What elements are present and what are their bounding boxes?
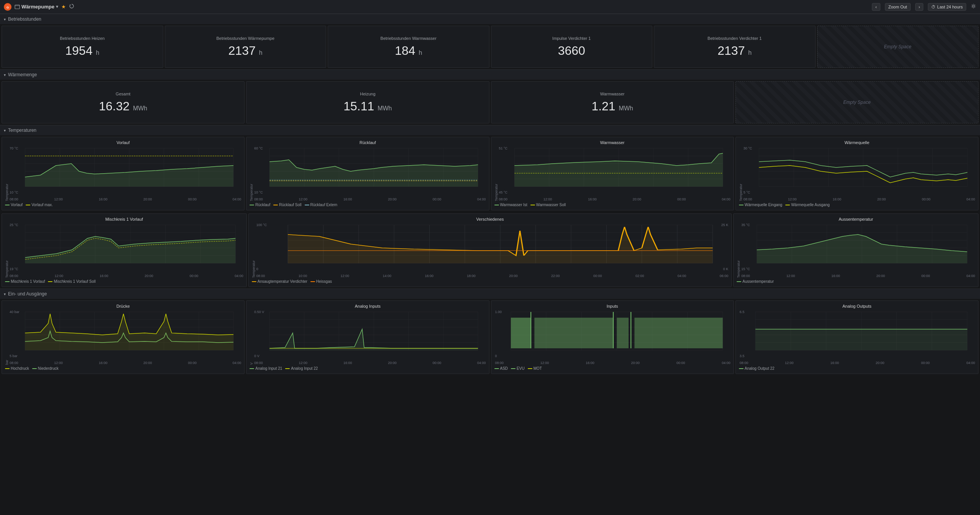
x-tick: 20:00 (631, 361, 640, 365)
nav-right-button[interactable]: › (915, 3, 924, 11)
section-betriebsstunden-label: Betriebsstunden (8, 16, 41, 22)
chart-panel-verschiedenes: Verschiedenes Temperatur 100 °C 25 K 0 0… (248, 213, 732, 287)
chart-svg (10, 310, 241, 360)
stat-title: Gesamt (8, 92, 238, 96)
temperaturen-charts-row1: Vorlauf Temperatur 70 °C 10 °C 08:0012:0… (0, 135, 980, 212)
chart-title: Analog Outputs (739, 304, 975, 308)
x-tick: 08:00 (254, 197, 263, 201)
y-min: 10 °C (254, 190, 263, 194)
x-axis: 08:0012:0016:0020:0000:0004:00 (10, 274, 243, 278)
chart-legend: Aussentemperatur (737, 279, 975, 284)
refresh-icon[interactable] (69, 3, 74, 10)
x-tick: 04:00 (477, 197, 486, 201)
x-tick: 00:00 (921, 274, 930, 278)
x-tick: 00:00 (190, 274, 199, 278)
y-max: 6.5 (740, 310, 745, 314)
legend-item: Analog Input 21 (250, 366, 282, 371)
legend-item: Analog Input 22 (285, 366, 318, 371)
x-tick: 16:00 (343, 197, 352, 201)
y-axis-label: Temperatur (739, 146, 743, 201)
chart-legend: Rücklauf Rücklauf Soll Rücklauf Extern (250, 203, 486, 207)
stat-panel-1: Heizung 15.11 MWh (246, 81, 489, 123)
svg-point-4 (973, 5, 975, 7)
legend-label: Warmwasser Ist (500, 203, 527, 207)
chart-panel-inputs: Inputs 1.00 0 08:0012:0016:00 (491, 300, 734, 374)
legend-label: Vorlauf (11, 203, 23, 207)
temperaturen-charts-row2: Mischkreis 1 Vorlauf Temperatur 25 °C 19… (0, 212, 980, 289)
legend-label: Warmwasser Soll (536, 203, 566, 207)
stat-value: 1.21 MWh (497, 99, 727, 113)
legend-item: Aussentemperatur (737, 279, 774, 284)
x-tick: 06:00 (720, 274, 729, 278)
settings-icon[interactable] (971, 3, 976, 10)
chart-svg (499, 146, 730, 196)
x-tick: 12:00 (540, 361, 549, 365)
legend-item: Rücklauf Soll (273, 203, 301, 207)
stat-value: 2137 h (660, 44, 809, 58)
section-temperaturen[interactable]: ▾ Temperaturen (0, 125, 980, 135)
x-axis: 08:0012:0016:0020:0000:0004:00 (10, 197, 241, 201)
x-tick: 04:00 (233, 361, 241, 365)
legend-label: Niederdruck (38, 366, 59, 371)
zoom-out-button[interactable]: Zoom Out (885, 3, 911, 11)
x-tick: 00:00 (433, 197, 442, 201)
chart-title: Inputs (494, 304, 730, 308)
x-tick: 04:00 (966, 274, 975, 278)
chart-panel-wärmequelle: Wärmequelle Temperatur 30 °C 5 °C 08:001… (735, 137, 978, 210)
section-einausgaenge[interactable]: ▾ Ein- und Ausgänge (0, 289, 980, 299)
legend-item: ASD (494, 366, 508, 371)
stat-title: Betriebsstunden Verdichter 1 (660, 36, 809, 41)
chart-panel-mischkreis-1-vorlauf: Mischkreis 1 Vorlauf Temperatur 25 °C 19… (2, 213, 247, 287)
x-tick: 16:00 (100, 274, 108, 278)
stat-panel-2: Betriebsstunden Warmwasser 184 h (328, 26, 489, 68)
svg-rect-146 (630, 312, 631, 348)
legend-label: Heissgas (316, 279, 332, 284)
y-max: 100 °C (256, 223, 267, 227)
time-range[interactable]: ⏱ Last 24 hours (928, 3, 966, 11)
section-waermemenge[interactable]: ▾ Wärmemenge (0, 69, 980, 80)
legend-label: Vorlauf max. (31, 203, 53, 207)
y-max: 25 °C (10, 223, 18, 227)
x-tick: 12:00 (786, 274, 795, 278)
stat-value: 15.11 MWh (253, 99, 483, 113)
y-max: 40 bar (10, 310, 20, 314)
x-tick: 12:00 (543, 197, 552, 201)
y-min: 15 °C (741, 267, 750, 271)
x-tick: 08:00 (256, 274, 265, 278)
section-betriebsstunden[interactable]: ▾ Betriebsstunden (0, 14, 980, 24)
x-tick: 16:00 (99, 361, 108, 365)
section-temperaturen-label: Temperaturen (8, 128, 36, 133)
chart-legend: Hochdruck Niederdruck (5, 366, 241, 371)
topbar-left: G Wärmepumpe ▾ ★ (4, 3, 74, 11)
star-icon[interactable]: ★ (61, 4, 66, 10)
chart-svg (254, 310, 486, 360)
topbar-right: ‹ Zoom Out › ⏱ Last 24 hours (872, 3, 976, 11)
x-axis: 08:0012:0016:0020:0000:0004:00 (10, 361, 241, 365)
nav-left-button[interactable]: ‹ (872, 3, 880, 11)
x-tick: 08:00 (10, 197, 18, 201)
legend-item: Hochdruck (5, 366, 29, 371)
legend-item: EVU (511, 366, 525, 371)
stat-title: Betriebsstunden Heizen (8, 36, 157, 41)
svg-rect-3 (15, 5, 20, 6)
x-tick: 00:00 (188, 197, 197, 201)
y-min: 19 °C (10, 267, 18, 271)
y2-min: 0 K (723, 267, 729, 271)
legend-item: Vorlauf max. (26, 203, 53, 207)
chart-panel-drücke: Drücke bar 40 bar 5 bar 08:0012:0016:002… (2, 300, 245, 374)
y-max: 0.50 V (254, 310, 264, 314)
window-icon (15, 4, 20, 10)
x-tick: 04:00 (477, 361, 486, 365)
chart-svg (744, 146, 975, 196)
stat-panel-3: Impulse Verdichter 1 3660 (491, 26, 653, 68)
dashboard-chevron[interactable]: ▾ (56, 4, 58, 9)
chart-panel-analog-inputs: Analog Inputs V 0.50 V 0 V 08:0012:0016:… (246, 300, 489, 374)
x-tick: 12:00 (341, 274, 350, 278)
chart-svg (10, 146, 241, 196)
x-axis: 08:0012:0016:0020:0000:0004:00 (254, 197, 486, 201)
x-tick: 08:00 (254, 361, 263, 365)
x-tick: 08:00 (741, 274, 750, 278)
y-max: 1.00 (495, 310, 502, 314)
legend-label: Analog Input 22 (291, 366, 318, 371)
betriebsstunden-stats-row: Betriebsstunden Heizen 1954 h Betriebsst… (0, 24, 980, 69)
